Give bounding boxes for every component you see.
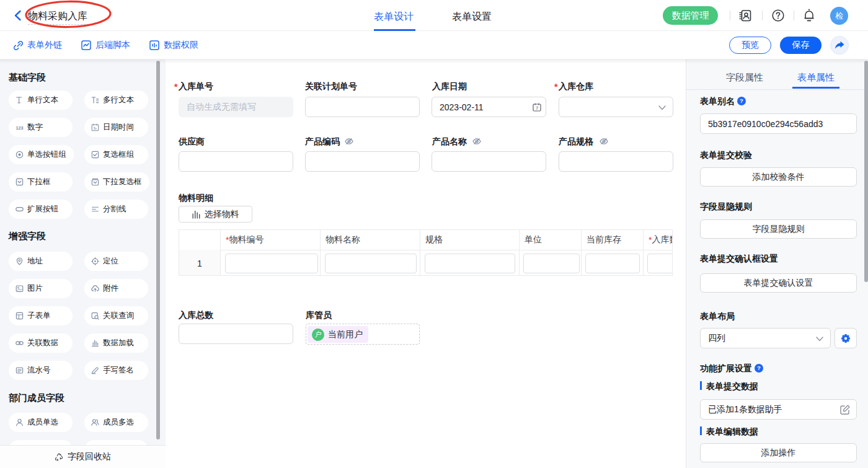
svg-text:?: ? — [757, 364, 761, 371]
svg-text:7: 7 — [536, 105, 538, 111]
svg-text:?: ? — [740, 97, 743, 104]
svg-text:123: 123 — [16, 125, 23, 131]
